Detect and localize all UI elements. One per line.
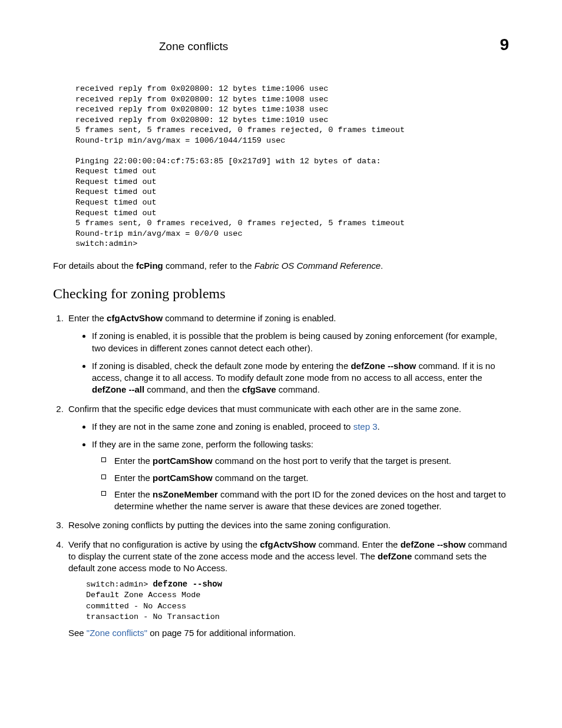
link-zone-conflicts[interactable]: "Zone conflicts"	[87, 628, 147, 638]
page-header: Zone conflicts 9	[53, 35, 509, 54]
heading-checking-zoning: Checking for zoning problems	[53, 286, 509, 302]
step-2-task-3: Enter the nsZoneMember command with the …	[114, 489, 509, 513]
step-2: Confirm that the specific edge devices t…	[66, 403, 509, 513]
step-2-bullet-2: If they are in the same zone, perform th…	[92, 439, 509, 512]
header-title: Zone conflicts	[159, 40, 228, 53]
step-1: Enter the cfgActvShow command to determi…	[66, 312, 509, 396]
step-3: Resolve zoning conflicts by putting the …	[66, 519, 509, 531]
code-output-fcping: received reply from 0x020800: 12 bytes t…	[75, 84, 509, 249]
chapter-number: 9	[500, 35, 509, 54]
step-1-bullet-2: If zoning is disabled, check the default…	[92, 360, 509, 396]
step-4: Verify that no configuration is active b…	[66, 539, 509, 640]
step-2-bullet-1: If they are not in the same zone and zon…	[92, 421, 509, 433]
code-defzone-show: switch:admin> defzone --show Default Zon…	[86, 579, 509, 622]
link-step-3[interactable]: step 3	[353, 421, 378, 431]
para-fcping-ref: For details about the fcPing command, re…	[53, 260, 509, 272]
para-see-zone-conflicts: See "Zone conflicts" on page 75 for addi…	[68, 627, 509, 639]
step-1-bullet-1: If zoning is enabled, it is possible tha…	[92, 330, 509, 354]
step-2-task-1: Enter the portCamShow command on the hos…	[114, 455, 509, 467]
step-2-task-2: Enter the portCamShow command on the tar…	[114, 472, 509, 484]
procedure-list: Enter the cfgActvShow command to determi…	[53, 312, 509, 639]
